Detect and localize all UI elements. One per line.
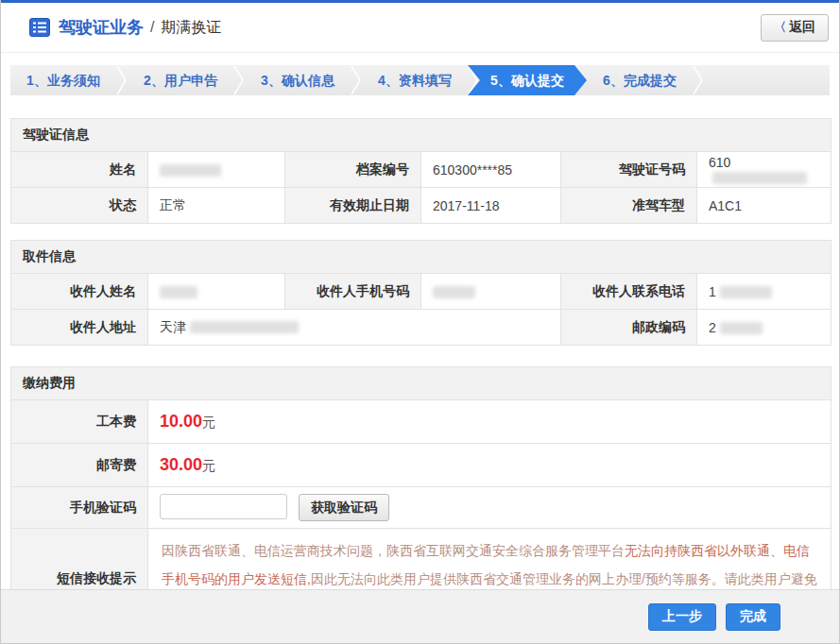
back-button[interactable]: 〈 返回 <box>761 14 829 42</box>
vehicle-class-value: A1C1 <box>697 188 831 224</box>
production-fee-label: 工本费 <box>11 400 148 444</box>
header: 驾驶证业务 / 期满换证 〈 返回 <box>1 3 839 53</box>
masked-value <box>720 286 772 298</box>
step-progress-bar: 1、业务须知 2、用户申告 3、确认信息 4、资料填写 5、确认提交 6、完成提… <box>10 65 830 95</box>
finish-button[interactable]: 完成 <box>726 603 780 631</box>
production-fee-unit: 元 <box>202 415 215 430</box>
step-separator-icon <box>693 65 704 95</box>
license-info-table: 驾驶证信息 姓名 档案编号 610300****85 驾驶证号码 610 状态 … <box>10 118 831 224</box>
recipient-address-label: 收件人地址 <box>11 310 148 346</box>
postal-code-label: 邮政编码 <box>561 310 697 346</box>
fees-section-title: 缴纳费用 <box>11 367 831 400</box>
sms-code-input[interactable] <box>160 494 287 519</box>
page: 驾驶证业务 / 期满换证 〈 返回 1、业务须知 2、用户申告 3、确认信息 4… <box>0 0 840 644</box>
mailing-fee-amount: 30.00 <box>160 455 202 474</box>
sms-notice-part1: 因陕西省联通、电信运营商技术问题，陕西省互联网交通安全综合服务管理平台 <box>162 543 625 558</box>
step-3-confirm-info: 3、确认信息 <box>245 65 351 95</box>
name-label: 姓名 <box>11 152 148 188</box>
production-fee-value: 10.00元 <box>148 400 831 444</box>
license-no-label: 驾驶证号码 <box>561 152 697 188</box>
footer-action-bar: 上一步 完成 <box>1 589 839 643</box>
masked-value <box>433 286 475 298</box>
back-button-label: 返回 <box>789 19 815 36</box>
mailing-fee-unit: 元 <box>202 458 215 473</box>
page-title: 驾驶证业务 <box>59 16 144 39</box>
pickup-section-title: 取件信息 <box>11 241 831 274</box>
masked-value <box>190 321 299 333</box>
step-4-fill-materials: 4、资料填写 <box>362 65 468 95</box>
masked-value <box>160 286 197 298</box>
mailing-fee-label: 邮寄费 <box>11 444 148 487</box>
get-sms-code-button[interactable]: 获取验证码 <box>299 494 389 521</box>
license-section-title: 驾驶证信息 <box>11 119 831 152</box>
step-6-complete-submit: 6、完成提交 <box>587 65 693 95</box>
recipient-name-value <box>148 274 285 310</box>
step-separator-icon <box>351 65 362 95</box>
status-label: 状态 <box>11 188 148 224</box>
masked-value <box>720 322 763 334</box>
step-separator-icon <box>116 65 128 95</box>
list-icon <box>29 18 50 37</box>
name-value <box>148 152 285 188</box>
step-bar-filler <box>704 65 830 95</box>
production-fee-amount: 10.00 <box>160 412 202 431</box>
status-value: 正常 <box>148 188 285 224</box>
step-separator-icon <box>233 65 245 95</box>
valid-until-value: 2017-11-18 <box>421 188 561 224</box>
masked-value <box>160 164 221 177</box>
recipient-mobile-label: 收件人手机号码 <box>285 274 421 310</box>
mailing-fee-value: 30.00元 <box>148 444 831 487</box>
recipient-address-value: 天津 <box>148 310 561 346</box>
license-no-value: 610 <box>697 152 831 188</box>
masked-value <box>712 172 807 184</box>
pickup-info-table: 取件信息 收件人姓名 收件人手机号码 收件人联系电话 1 收件人地址 天津 邮政… <box>10 240 831 346</box>
step-2-user-declaration: 2、用户申告 <box>128 65 233 95</box>
vehicle-class-label: 准驾车型 <box>561 188 697 224</box>
step-5-confirm-submit-active: 5、确认提交 <box>468 65 587 95</box>
recipient-phone-value: 1 <box>697 274 831 310</box>
postal-code-value: 2 <box>697 310 831 346</box>
file-no-value: 610300****85 <box>421 152 561 188</box>
previous-step-button[interactable]: 上一步 <box>648 603 716 631</box>
step-1-business-notice: 1、业务须知 <box>10 65 116 95</box>
file-no-label: 档案编号 <box>285 152 421 188</box>
breadcrumb-current: 期满换证 <box>161 18 221 38</box>
sms-code-cell: 获取验证码 <box>148 487 831 529</box>
sms-code-label: 手机验证码 <box>11 487 148 529</box>
breadcrumb-separator: / <box>150 19 154 36</box>
valid-until-label: 有效期止日期 <box>285 188 421 224</box>
recipient-name-label: 收件人姓名 <box>11 274 148 310</box>
chevron-left-icon: 〈 <box>774 19 786 36</box>
recipient-phone-label: 收件人联系电话 <box>561 274 697 310</box>
recipient-mobile-value <box>421 274 561 310</box>
